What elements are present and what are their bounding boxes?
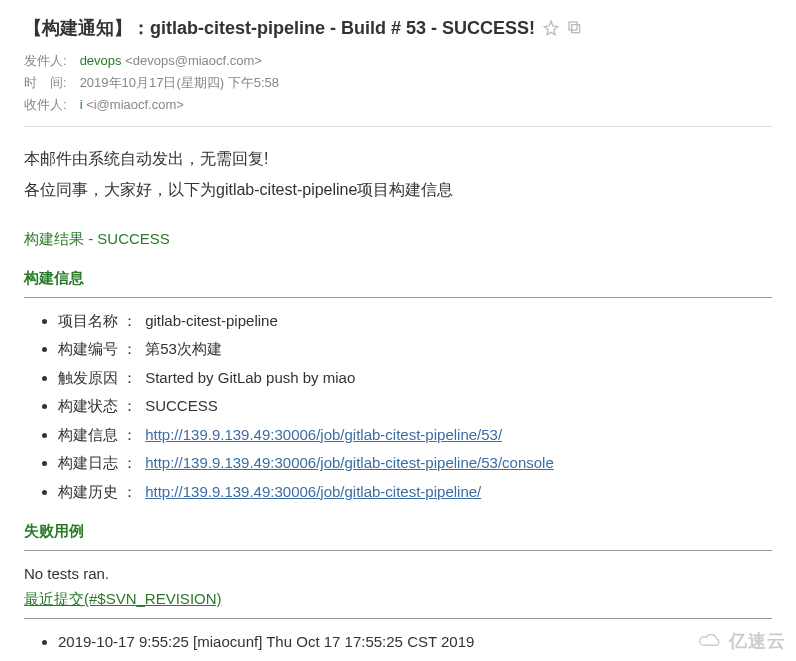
build-item-label: 项目名称 xyxy=(58,308,118,334)
from-row: 发件人: devops <devops@miaocf.com> xyxy=(24,50,772,72)
divider xyxy=(24,618,772,619)
divider xyxy=(24,297,772,298)
build-info-heading: 构建信息 xyxy=(24,265,772,291)
recent-commit-label: 最近提交(#$SVN_REVISION) xyxy=(24,586,772,612)
failed-cases-heading: 失败用例 xyxy=(24,518,772,544)
build-info-item: 构建状态： SUCCESS xyxy=(58,393,772,419)
build-item-label: 构建日志 xyxy=(58,450,118,476)
separator: ： xyxy=(122,426,137,443)
time-label: 时 间: xyxy=(24,72,76,94)
to-email: <i@miaocf.com> xyxy=(86,94,184,116)
email-header: 【构建通知】：gitlab-citest-pipeline - Build # … xyxy=(24,16,772,127)
commit-list: 2019-10-17 9:55:25 [miaocunf] Thu Oct 17… xyxy=(48,629,772,655)
build-info-item: 触发原因： Started by GitLab push by miao xyxy=(58,365,772,391)
build-info-item: 构建历史： http://139.9.139.49:30006/job/gitl… xyxy=(58,479,772,505)
svg-rect-0 xyxy=(572,25,580,33)
divider xyxy=(24,550,772,551)
separator: ： xyxy=(122,312,137,329)
separator: ： xyxy=(122,340,137,357)
build-item-value: Started by GitLab push by miao xyxy=(145,369,355,386)
subject-row: 【构建通知】：gitlab-citest-pipeline - Build # … xyxy=(24,16,772,40)
svg-rect-1 xyxy=(569,22,577,30)
from-name[interactable]: devops xyxy=(80,50,122,72)
build-item-link[interactable]: http://139.9.139.49:30006/job/gitlab-cit… xyxy=(145,483,481,500)
commit-item: 2019-10-17 9:55:25 [miaocunf] Thu Oct 17… xyxy=(58,629,772,655)
build-item-link[interactable]: http://139.9.139.49:30006/job/gitlab-cit… xyxy=(145,454,554,471)
time-value: 2019年10月17日(星期四) 下午5:58 xyxy=(80,72,279,94)
build-item-label: 构建历史 xyxy=(58,479,118,505)
build-item-label: 触发原因 xyxy=(58,365,118,391)
to-row: 收件人: i <i@miaocf.com> xyxy=(24,94,772,116)
build-item-label: 构建编号 xyxy=(58,336,118,362)
popout-icon[interactable] xyxy=(567,20,583,36)
from-label: 发件人: xyxy=(24,50,76,72)
build-info-item: 构建信息： http://139.9.139.49:30006/job/gitl… xyxy=(58,422,772,448)
email-body: 本邮件由系统自动发出，无需回复! 各位同事，大家好，以下为gitlab-cite… xyxy=(24,145,772,661)
build-info-item: 项目名称： gitlab-citest-pipeline xyxy=(58,308,772,334)
build-item-label: 构建状态 xyxy=(58,393,118,419)
separator: ： xyxy=(122,454,137,471)
separator: ： xyxy=(122,483,137,500)
cloud-icon xyxy=(697,632,725,650)
intro-line-2: 各位同事，大家好，以下为gitlab-citest-pipeline项目构建信息 xyxy=(24,176,772,203)
intro-line-1: 本邮件由系统自动发出，无需回复! xyxy=(24,145,772,172)
build-item-value: gitlab-citest-pipeline xyxy=(145,312,278,329)
watermark: 亿速云 xyxy=(697,629,786,653)
build-result-heading: 构建结果 - SUCCESS xyxy=(24,226,772,252)
from-email: <devops@miaocf.com> xyxy=(125,50,262,72)
email-subject: 【构建通知】：gitlab-citest-pipeline - Build # … xyxy=(24,16,535,40)
build-item-value: SUCCESS xyxy=(145,397,218,414)
build-item-label: 构建信息 xyxy=(58,422,118,448)
watermark-text: 亿速云 xyxy=(729,629,786,653)
time-row: 时 间: 2019年10月17日(星期四) 下午5:58 xyxy=(24,72,772,94)
build-item-link[interactable]: http://139.9.139.49:30006/job/gitlab-cit… xyxy=(145,426,502,443)
to-label: 收件人: xyxy=(24,94,76,116)
no-tests-text: No tests ran. xyxy=(24,561,772,587)
star-icon[interactable] xyxy=(543,20,559,36)
separator: ： xyxy=(122,397,137,414)
build-item-value: 第53次构建 xyxy=(145,340,222,357)
build-info-item: 构建编号： 第53次构建 xyxy=(58,336,772,362)
build-info-list: 项目名称： gitlab-citest-pipeline构建编号： 第53次构建… xyxy=(48,308,772,505)
build-info-item: 构建日志： http://139.9.139.49:30006/job/gitl… xyxy=(58,450,772,476)
separator: ： xyxy=(122,369,137,386)
